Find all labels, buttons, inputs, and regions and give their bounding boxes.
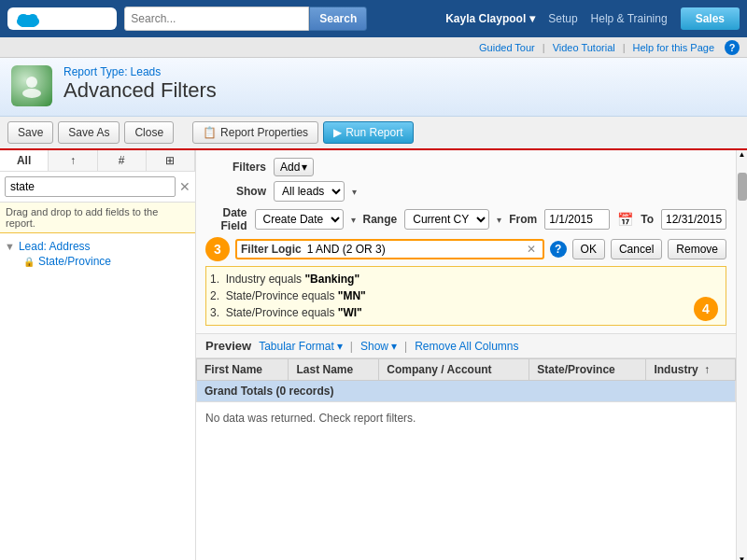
show-button[interactable]: Show ▾ — [360, 340, 397, 353]
sidebar-tab-hash[interactable]: # — [98, 150, 147, 171]
col-state-province[interactable]: State/Province — [529, 359, 646, 381]
col-first-name[interactable]: First Name — [197, 359, 289, 381]
sub-navigation: Guided Tour | Video Tutorial | Help for … — [0, 37, 747, 58]
sidebar-hint: Drag and drop to add fields to the repor… — [0, 203, 195, 233]
filters-label: Filters — [205, 161, 266, 174]
range-select[interactable]: Current CY — [404, 209, 489, 230]
save-button[interactable]: Save — [7, 121, 53, 144]
show-dropdown-icon: ▾ — [352, 187, 357, 197]
header-text: Report Type: Leads Advanced Filters — [63, 65, 736, 103]
filter-logic-clear-icon[interactable]: ✕ — [524, 243, 539, 256]
svg-point-3 — [26, 77, 37, 88]
show-dropdown-icon: ▾ — [391, 340, 397, 353]
report-type-link[interactable]: Leads — [131, 65, 162, 78]
scroll-up-icon[interactable]: ▲ — [739, 150, 746, 159]
run-report-button[interactable]: ▶ Run Report — [323, 121, 413, 144]
filter-item-2: 2. State/Province equals "MN" — [210, 287, 688, 304]
report-properties-icon: 📋 — [203, 126, 217, 139]
remove-all-columns-link[interactable]: Remove All Columns — [415, 340, 518, 353]
col-company[interactable]: Company / Account — [379, 359, 529, 381]
search-bar: Search — [124, 7, 367, 31]
search-input[interactable] — [124, 7, 309, 31]
date-field-select[interactable]: Create Date — [255, 209, 344, 230]
top-navigation: salesforce Search Kayla Claypool ▾ Setup… — [0, 0, 747, 37]
sidebar-tab-alpha[interactable]: ↑ — [49, 150, 97, 171]
nav-links: Kayla Claypool ▾ Setup Help & Training S… — [445, 7, 740, 30]
filter-logic-label: Filter Logic — [241, 243, 302, 256]
filter-logic-input[interactable] — [307, 243, 524, 256]
remove-button[interactable]: Remove — [668, 239, 726, 259]
help-circle-icon[interactable]: ? — [550, 241, 567, 258]
to-label: To — [641, 213, 654, 226]
sidebar-search-input[interactable] — [5, 176, 176, 197]
video-tutorial-link[interactable]: Video Tutorial — [553, 42, 615, 53]
main-area: All ↑ # ⊞ ✕ Drag and drop to add fields … — [0, 150, 747, 560]
folder-icon: ▼ — [5, 241, 15, 252]
help-training-link[interactable]: Help & Training — [591, 12, 668, 25]
salesforce-logo: salesforce — [7, 7, 117, 30]
from-calendar-icon[interactable]: 📅 — [617, 212, 633, 227]
filters-row: Filters Add ▾ — [205, 158, 726, 176]
svg-point-2 — [28, 14, 37, 21]
ok-button[interactable]: OK — [572, 239, 605, 259]
save-as-button[interactable]: Save As — [58, 121, 120, 144]
user-menu[interactable]: Kayla Claypool ▾ — [445, 12, 535, 25]
date-field-dropdown-icon: ▾ — [351, 215, 356, 225]
svg-point-4 — [22, 89, 41, 98]
close-button[interactable]: Close — [124, 121, 174, 144]
tabular-dropdown-icon: ▾ — [337, 340, 343, 353]
logo-cloud-icon — [15, 10, 41, 27]
sidebar-search-area: ✕ — [0, 172, 195, 203]
from-label: From — [509, 213, 537, 226]
date-field-row: Date Field Create Date ▾ Range Current C… — [205, 206, 726, 232]
preview-section: Preview Tabular Format ▾ | Show ▾ | Remo… — [196, 334, 736, 560]
page-header: Report Type: Leads Advanced Filters — [0, 58, 747, 117]
toolbar: Save Save As Close 📋 Report Properties ▶… — [0, 117, 747, 150]
setup-link[interactable]: Setup — [548, 12, 577, 25]
logo-text: salesforce — [45, 11, 109, 26]
lock-icon: 🔒 — [23, 257, 35, 267]
range-label: Range — [363, 213, 398, 226]
content-area: Filters Add ▾ Show All leads ▾ Date Fiel… — [196, 150, 736, 560]
leads-icon — [19, 73, 45, 99]
sidebar-search-clear[interactable]: ✕ — [179, 179, 190, 194]
from-date-input[interactable] — [544, 209, 610, 230]
filter-item-3: 3. State/Province equals "WI" — [210, 304, 688, 321]
filter-item-1: 1. Industry equals "Banking" — [210, 271, 688, 287]
tree-parent-label: Lead: Address — [19, 240, 91, 253]
sidebar-tree: ▼ Lead: Address 🔒 State/Province — [0, 233, 195, 560]
cancel-button[interactable]: Cancel — [611, 239, 662, 259]
add-filter-button[interactable]: Add ▾ — [274, 158, 314, 176]
help-icon[interactable]: ? — [725, 40, 740, 55]
username: Kayla Claypool — [445, 12, 526, 25]
to-date-input[interactable] — [661, 209, 726, 230]
sidebar-tab-all[interactable]: All — [0, 150, 49, 171]
help-page-link[interactable]: Help for this Page — [633, 42, 714, 53]
filter-items-list: 1. Industry equals "Banking" 2. State/Pr… — [210, 271, 688, 321]
show-select[interactable]: All leads — [274, 181, 345, 202]
scrollbar[interactable]: ▲ ▼ — [736, 150, 747, 560]
scroll-thumb[interactable] — [738, 173, 747, 201]
user-dropdown-icon: ▾ — [529, 12, 535, 25]
filter-logic-input-wrap: Filter Logic ✕ — [235, 239, 544, 259]
tabular-format-button[interactable]: Tabular Format ▾ — [259, 340, 343, 353]
filter-items-area: 1. Industry equals "Banking" 2. State/Pr… — [205, 266, 726, 326]
sidebar-tab-grid[interactable]: ⊞ — [147, 150, 195, 171]
sales-tab[interactable]: Sales — [681, 7, 740, 30]
sidebar-tabs: All ↑ # ⊞ — [0, 150, 195, 172]
guided-tour-link[interactable]: Guided Tour — [479, 42, 535, 53]
report-properties-button[interactable]: 📋 Report Properties — [192, 121, 318, 144]
page-title: Advanced Filters — [63, 78, 736, 103]
sidebar: All ↑ # ⊞ ✕ Drag and drop to add fields … — [0, 150, 196, 560]
svg-point-1 — [18, 14, 29, 23]
step4-badge: 4 — [694, 297, 718, 321]
add-dropdown-icon: ▾ — [302, 161, 307, 174]
range-dropdown-icon: ▾ — [497, 215, 501, 225]
scroll-down-icon[interactable]: ▼ — [739, 555, 746, 560]
col-industry[interactable]: Industry ↑ — [646, 359, 736, 381]
col-last-name[interactable]: Last Name — [289, 359, 379, 381]
tree-child-state-province[interactable]: 🔒 State/Province — [5, 255, 190, 268]
run-icon: ▶ — [333, 126, 342, 139]
search-button[interactable]: Search — [309, 7, 367, 31]
tree-item-lead-address[interactable]: ▼ Lead: Address — [5, 238, 190, 255]
